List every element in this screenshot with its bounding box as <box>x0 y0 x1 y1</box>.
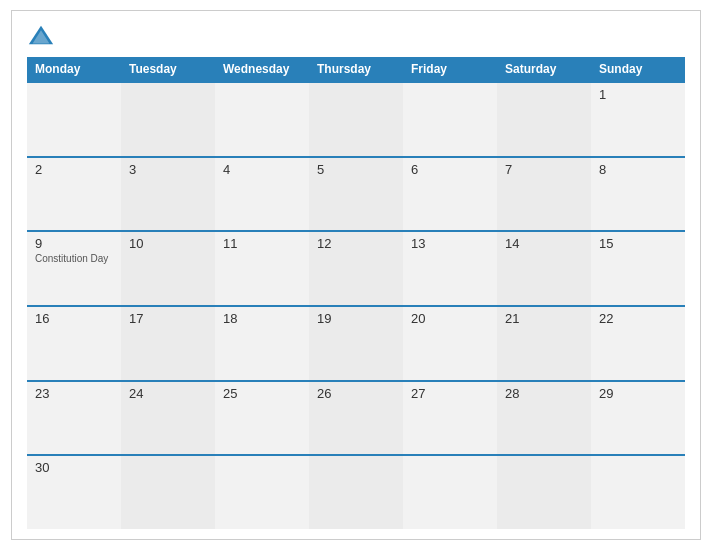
day-number: 10 <box>129 236 207 251</box>
cal-cell: 25 <box>215 382 309 455</box>
week-5: 23242526272829 <box>27 380 685 455</box>
day-number: 7 <box>505 162 583 177</box>
cal-cell <box>121 456 215 529</box>
logo <box>27 21 59 49</box>
day-number: 20 <box>411 311 489 326</box>
calendar: MondayTuesdayWednesdayThursdayFridaySatu… <box>11 10 701 540</box>
cal-cell: 23 <box>27 382 121 455</box>
cal-cell: 1 <box>591 83 685 156</box>
day-number: 30 <box>35 460 113 475</box>
day-number: 18 <box>223 311 301 326</box>
cal-cell: 30 <box>27 456 121 529</box>
cal-cell: 29 <box>591 382 685 455</box>
day-number: 27 <box>411 386 489 401</box>
cal-cell: 16 <box>27 307 121 380</box>
calendar-grid: MondayTuesdayWednesdayThursdayFridaySatu… <box>27 57 685 529</box>
day-number: 24 <box>129 386 207 401</box>
day-number: 25 <box>223 386 301 401</box>
cal-cell: 17 <box>121 307 215 380</box>
day-number: 22 <box>599 311 677 326</box>
week-1: 1 <box>27 81 685 156</box>
week-4: 16171819202122 <box>27 305 685 380</box>
day-header-thursday: Thursday <box>309 57 403 81</box>
cal-cell: 12 <box>309 232 403 305</box>
days-header: MondayTuesdayWednesdayThursdayFridaySatu… <box>27 57 685 81</box>
day-header-tuesday: Tuesday <box>121 57 215 81</box>
cal-cell: 13 <box>403 232 497 305</box>
day-number: 21 <box>505 311 583 326</box>
cal-cell: 14 <box>497 232 591 305</box>
logo-icon <box>27 21 55 49</box>
day-header-monday: Monday <box>27 57 121 81</box>
cal-cell: 3 <box>121 158 215 231</box>
cal-cell: 22 <box>591 307 685 380</box>
cal-cell: 7 <box>497 158 591 231</box>
cal-cell: 6 <box>403 158 497 231</box>
cal-cell: 2 <box>27 158 121 231</box>
cal-cell: 24 <box>121 382 215 455</box>
week-6: 30 <box>27 454 685 529</box>
cal-cell <box>215 456 309 529</box>
day-header-friday: Friday <box>403 57 497 81</box>
day-number: 3 <box>129 162 207 177</box>
day-number: 28 <box>505 386 583 401</box>
cal-cell <box>121 83 215 156</box>
cal-cell: 20 <box>403 307 497 380</box>
day-number: 6 <box>411 162 489 177</box>
cal-cell: 18 <box>215 307 309 380</box>
cal-cell: 26 <box>309 382 403 455</box>
day-number: 17 <box>129 311 207 326</box>
week-3: 9Constitution Day101112131415 <box>27 230 685 305</box>
day-number: 29 <box>599 386 677 401</box>
day-number: 2 <box>35 162 113 177</box>
day-number: 9 <box>35 236 113 251</box>
cal-cell <box>403 83 497 156</box>
day-number: 1 <box>599 87 677 102</box>
day-number: 4 <box>223 162 301 177</box>
week-2: 2345678 <box>27 156 685 231</box>
day-number: 11 <box>223 236 301 251</box>
cal-cell: 5 <box>309 158 403 231</box>
event-label: Constitution Day <box>35 253 113 264</box>
day-number: 8 <box>599 162 677 177</box>
cal-cell: 21 <box>497 307 591 380</box>
calendar-weeks: 123456789Constitution Day101112131415161… <box>27 81 685 529</box>
cal-cell <box>309 456 403 529</box>
cal-cell <box>215 83 309 156</box>
cal-cell <box>27 83 121 156</box>
cal-cell: 11 <box>215 232 309 305</box>
cal-cell <box>497 456 591 529</box>
day-number: 13 <box>411 236 489 251</box>
calendar-header <box>27 21 685 49</box>
cal-cell: 19 <box>309 307 403 380</box>
day-header-wednesday: Wednesday <box>215 57 309 81</box>
cal-cell: 15 <box>591 232 685 305</box>
cal-cell <box>309 83 403 156</box>
day-number: 12 <box>317 236 395 251</box>
cal-cell <box>403 456 497 529</box>
cal-cell: 9Constitution Day <box>27 232 121 305</box>
cal-cell: 4 <box>215 158 309 231</box>
day-number: 15 <box>599 236 677 251</box>
day-number: 16 <box>35 311 113 326</box>
cal-cell: 8 <box>591 158 685 231</box>
day-number: 26 <box>317 386 395 401</box>
cal-cell: 27 <box>403 382 497 455</box>
day-number: 19 <box>317 311 395 326</box>
day-number: 14 <box>505 236 583 251</box>
cal-cell <box>497 83 591 156</box>
cal-cell: 28 <box>497 382 591 455</box>
cal-cell: 10 <box>121 232 215 305</box>
day-number: 23 <box>35 386 113 401</box>
cal-cell <box>591 456 685 529</box>
day-number: 5 <box>317 162 395 177</box>
day-header-sunday: Sunday <box>591 57 685 81</box>
day-header-saturday: Saturday <box>497 57 591 81</box>
